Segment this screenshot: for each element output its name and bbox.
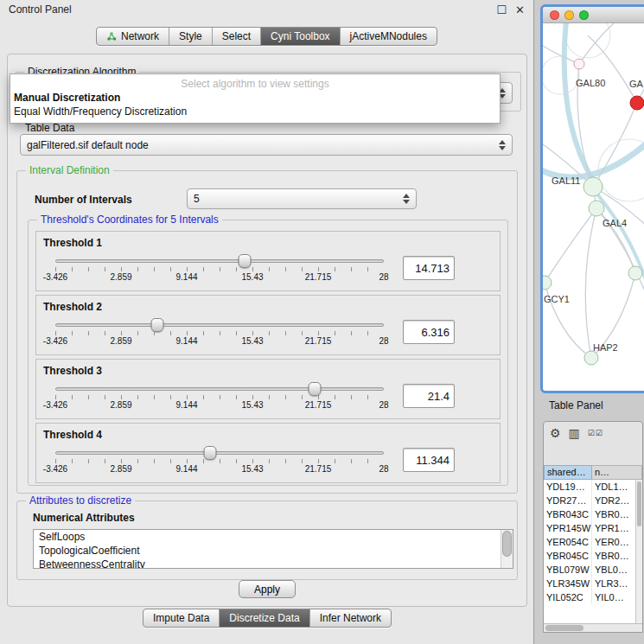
attribute-item-betweennesscentrality[interactable]: BetweennessCentrality <box>34 558 501 569</box>
slider-thumb[interactable] <box>239 254 252 268</box>
scale-label: -3.426 <box>43 464 67 474</box>
table-row[interactable]: YLR345WYLR3… <box>544 577 635 590</box>
network-edge[interactable] <box>588 35 637 103</box>
network-edge[interactable] <box>543 46 579 64</box>
select-columns-icon[interactable]: ☑☑ <box>588 427 603 439</box>
table-vertical-scrollbar[interactable] <box>635 480 642 623</box>
node-label: GCY1 <box>544 294 570 304</box>
tab-network[interactable]: Network <box>97 28 169 45</box>
scale-label: 28 <box>379 336 388 346</box>
network-canvas-svg[interactable]: GAL80GAGAL11GAL4GCY1HAP2 <box>543 23 644 393</box>
slider-track[interactable] <box>55 323 384 327</box>
slider-scale: -3.4262.8599.14415.4321.71528 <box>55 272 384 283</box>
close-window-icon[interactable]: ✕ <box>515 4 525 16</box>
bottom-tab-row: Impute DataDiscretize DataInfer Network <box>0 609 534 628</box>
tab-impute-data[interactable]: Impute Data <box>143 609 220 627</box>
threshold-slider[interactable]: -3.4262.8599.14415.4321.71528 <box>43 379 392 413</box>
network-node-gcy1-node[interactable] <box>543 276 552 290</box>
slider-thumb[interactable] <box>203 446 216 460</box>
table-cell: YLR345W <box>544 577 592 590</box>
node-label: GA <box>629 79 644 89</box>
network-node-right-node[interactable] <box>628 266 642 280</box>
threshold-value-field[interactable]: 11.344 <box>403 448 455 472</box>
popup-option-equal-width-frequency-discretization[interactable]: Equal Width/Frequency Discretization <box>10 105 500 118</box>
threshold-row: -3.4262.8599.14415.4321.715286.316 <box>43 315 493 349</box>
algorithm-popup: Select algorithm to view settingsManual … <box>10 73 501 124</box>
table-horizontal-scrollbar[interactable] <box>544 623 642 632</box>
threshold-slider[interactable]: -3.4262.8599.14415.4321.71528 <box>43 315 392 349</box>
table-row[interactable]: YER054CYER0… <box>544 535 635 549</box>
scale-label: 15.43 <box>241 400 263 410</box>
network-node-gal80-node[interactable] <box>574 59 584 69</box>
threshold-label: Threshold 4 <box>43 429 493 441</box>
column-header-2[interactable]: n… <box>592 465 642 480</box>
network-node-red-node[interactable] <box>630 96 644 110</box>
popup-option-manual-discretization[interactable]: Manual Discretization <box>10 91 500 105</box>
network-view-window[interactable]: GAL80GAGAL11GAL4GCY1HAP2 <box>540 4 644 393</box>
tab-select[interactable]: Select <box>213 28 261 45</box>
attribute-item-topologicalcoefficient[interactable]: TopologicalCoefficient <box>34 544 501 558</box>
threshold-value-field[interactable]: 14.713 <box>403 256 455 280</box>
slider-ticks <box>55 395 384 399</box>
tab-discretize-data[interactable]: Discretize Data <box>220 609 309 627</box>
zoom-traffic-light-icon[interactable] <box>579 10 589 20</box>
column-header-1[interactable]: shared… <box>544 465 592 480</box>
cyni-toolbox-panel: Discretization Algorithm Select algorith… <box>7 54 527 607</box>
tab-infer-network[interactable]: Infer Network <box>310 609 391 627</box>
attributes-scrollbar-thumb[interactable] <box>502 531 512 557</box>
scale-label: 2.859 <box>110 464 131 474</box>
threshold-value-field[interactable]: 6.316 <box>403 320 455 344</box>
threshold-label: Threshold 2 <box>43 301 493 313</box>
attribute-item-selfloops[interactable]: SelfLoops <box>34 530 501 544</box>
threshold-value-field[interactable]: 21.4 <box>403 384 455 408</box>
tab-label: jActiveMNodules <box>350 30 427 42</box>
attributes-list-box: SelfLoopsTopologicalCoefficientBetweenne… <box>33 529 513 569</box>
horizontal-scrollbar-thumb[interactable] <box>545 625 583 631</box>
minimize-traffic-light-icon[interactable] <box>564 10 574 20</box>
network-window-titlebar[interactable] <box>543 7 644 23</box>
tab-jactivemnodules[interactable]: jActiveMNodules <box>341 28 437 45</box>
close-traffic-light-icon[interactable] <box>550 10 559 20</box>
table-row[interactable]: YBL079WYBL0… <box>544 563 635 577</box>
threshold-label: Threshold 1 <box>43 237 493 249</box>
table-row[interactable]: YDR27…YDR2… <box>544 494 635 507</box>
threshold-slider[interactable]: -3.4262.8599.14415.4321.71528 <box>43 251 392 285</box>
network-node-hap2-node[interactable] <box>584 351 598 365</box>
vertical-scrollbar-thumb[interactable] <box>637 481 641 526</box>
table-row[interactable]: YPR145WYPR1… <box>544 521 635 535</box>
network-node-gal11-node[interactable] <box>583 177 603 196</box>
table-cell: YIL0… <box>592 590 635 604</box>
apply-button[interactable]: Apply <box>239 580 296 598</box>
table-row[interactable]: YIL052CYIL0… <box>544 590 635 604</box>
interval-definition-title: Interval Definition <box>26 164 113 176</box>
scale-label: 9.144 <box>175 464 197 474</box>
threshold-slider[interactable]: -3.4262.8599.14415.4321.71528 <box>43 443 392 477</box>
table-body: YDL19…YDL1…YDR27…YDR2…YBR043CYBR0…YPR145… <box>544 480 635 623</box>
table-row[interactable]: YBR045CYBR0… <box>544 549 635 563</box>
network-node-gal4-node[interactable] <box>589 201 604 216</box>
slider-thumb[interactable] <box>151 318 164 332</box>
slider-track[interactable] <box>55 451 384 455</box>
scale-label: 2.859 <box>110 400 131 410</box>
show-columns-icon[interactable]: ▥ <box>569 427 580 439</box>
network-edge[interactable] <box>585 208 596 358</box>
number-of-intervals-combobox[interactable]: 5 <box>187 188 417 209</box>
tab-style[interactable]: Style <box>169 28 213 45</box>
table-header-row: shared…n… <box>544 465 642 480</box>
scale-label: 9.144 <box>175 336 197 346</box>
slider-track[interactable] <box>55 259 384 263</box>
tab-cyni-toolbox[interactable]: Cyni Toolbox <box>261 28 340 45</box>
table-cell: YIL052C <box>544 590 592 604</box>
table-data-combobox[interactable]: galFiltered.sif default node <box>20 134 513 156</box>
scale-label: 21.715 <box>305 272 332 282</box>
slider-track[interactable] <box>55 387 384 391</box>
table-data-label: Table Data <box>25 122 74 134</box>
attributes-scrollbar[interactable] <box>501 530 513 568</box>
settings-gear-icon[interactable]: ⚙ <box>550 427 561 439</box>
float-window-icon[interactable]: ☐ <box>496 4 507 16</box>
table-row[interactable]: YDL19…YDL1… <box>544 480 635 494</box>
table-row[interactable]: YBR043CYBR0… <box>544 507 635 521</box>
slider-thumb[interactable] <box>308 382 321 396</box>
tab-label: Impute Data <box>153 612 209 624</box>
scale-label: 21.715 <box>305 464 332 474</box>
